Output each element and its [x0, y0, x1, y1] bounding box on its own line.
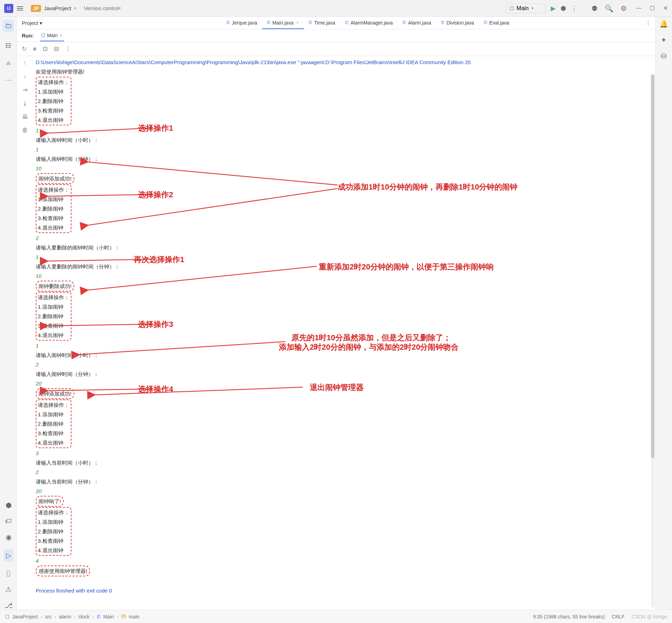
tab-alarm[interactable]: ©Alarm.java: [398, 17, 436, 29]
right-toolrail: 🔔 ✦ ⛁: [655, 17, 672, 610]
tab-alarmmanager[interactable]: ©AlarmManager.java: [340, 17, 398, 29]
more-icon[interactable]: ⋮: [65, 45, 71, 53]
run-button[interactable]: ▶: [551, 5, 556, 12]
console-gutter: ↑ ↓ ⇥ ⤓ 🖶 🗑: [17, 56, 33, 610]
annot-left-3: 再次选择操作1: [134, 255, 184, 264]
search-icon[interactable]: 🔍: [605, 4, 613, 13]
vcs-menu[interactable]: Version control: [84, 5, 119, 11]
exit-icon[interactable]: ⊟: [54, 45, 59, 53]
commit-tool-icon[interactable]: ⊟: [5, 41, 11, 49]
scroll-up-icon[interactable]: ↑: [23, 60, 27, 67]
run-toolbar: ↻ ■ ⊡ ⊟ ⋮: [17, 42, 655, 56]
cursor-pos[interactable]: 9:35 (1988 chars, 55 line breaks): [533, 614, 605, 619]
problems-tool-icon[interactable]: ⚠: [5, 585, 12, 594]
maximize-button[interactable]: ☐: [650, 5, 655, 12]
run-config-selector[interactable]: Main ▾: [506, 4, 546, 13]
watermark: CSDN @ lishige: [632, 614, 667, 619]
editor-tabs: ©Jerque.java ©Main.java× ©Time.java ©Ala…: [53, 17, 655, 29]
more-actions-icon[interactable]: ⋮: [571, 5, 577, 12]
console-output[interactable]: D:\Users\lishige\Documents\DataScienceAI…: [33, 56, 655, 610]
breadcrumb[interactable]: ☐ JavaProject› src› alarm› clock› © Main…: [5, 614, 139, 620]
clear-icon[interactable]: 🗑: [22, 127, 28, 134]
more-tool-icon[interactable]: ⋯: [5, 76, 12, 84]
run-tool-icon[interactable]: ▷: [4, 549, 13, 562]
bottom-toolrail: ⬢ 🏷 ◉ ▷ ⌷ ⚠ ⎇: [0, 501, 17, 610]
tab-more-icon[interactable]: ⋮: [645, 20, 651, 26]
stop-icon[interactable]: ■: [33, 46, 36, 53]
console-scrollbar[interactable]: [651, 74, 654, 608]
soft-wrap-icon[interactable]: ⇥: [22, 86, 27, 94]
debug-button[interactable]: ⬢: [561, 5, 566, 12]
annot-right-4: 退出闹钟管理器: [310, 383, 364, 392]
topbar: IJ JP JavaProject ▾ Version control ▾ Ma…: [0, 0, 672, 17]
tab-time[interactable]: ©Time.java: [304, 17, 340, 29]
print-icon[interactable]: 🖶: [22, 114, 28, 121]
svg-line-6: [87, 189, 338, 225]
java-command: D:\Users\lishige\Documents\DataScienceAI…: [36, 57, 652, 67]
annot-left-5: 选择操作4: [138, 384, 173, 394]
tab-jerque[interactable]: ©Jerque.java: [221, 17, 262, 29]
run-label: Run:: [22, 33, 34, 39]
pause-icon[interactable]: ⊡: [43, 45, 48, 53]
project-toolwindow-header[interactable]: Project ▾: [17, 17, 53, 29]
debug-tool-icon[interactable]: ⬢: [6, 501, 12, 509]
ide-logo: IJ: [4, 4, 13, 13]
code-with-me-icon[interactable]: ⚉: [591, 4, 598, 13]
annot-left-1: 选择操作1: [138, 123, 173, 133]
chevron-down-icon[interactable]: ▾: [119, 6, 121, 11]
annot-right-2: 重新添加2时20分钟的闹钟，以便于第三操作闹钟响: [319, 262, 494, 272]
database-icon[interactable]: ⛁: [661, 52, 667, 60]
main-menu-icon[interactable]: [17, 4, 25, 13]
settings-icon[interactable]: ⚙: [620, 4, 627, 13]
annot-right-1: 成功添加1时10分钟的闹钟，再删除1时10分钟的闹钟: [338, 182, 517, 192]
minimize-button[interactable]: —: [636, 5, 642, 12]
rerun-icon[interactable]: ↻: [22, 45, 27, 53]
annot-left-2: 选择操作2: [138, 190, 173, 199]
run-config-name: Main: [516, 5, 529, 12]
run-tab[interactable]: Main×: [40, 30, 64, 41]
run-toolwindow-header: Run: Main×: [17, 29, 655, 42]
annot-right-3a: 原先的1时10分虽然添加，但是之后又删除了；: [292, 333, 451, 342]
run-config-icon: [510, 7, 514, 10]
annot-left-4: 选择操作3: [138, 320, 173, 329]
project-name[interactable]: JavaProject: [44, 5, 71, 11]
line-sep[interactable]: CRLF: [612, 614, 625, 619]
scroll-down-icon[interactable]: ↓: [23, 73, 27, 80]
annot-right-3b: 添加输入2时20分的闹钟，与添加的2时20分闹钟吻合: [279, 342, 459, 352]
project-tool-icon[interactable]: 🗀: [3, 20, 14, 32]
ai-icon[interactable]: ✦: [661, 36, 667, 44]
close-button[interactable]: ✕: [663, 5, 668, 12]
git-tool-icon[interactable]: ⎇: [5, 601, 13, 610]
tab-eval[interactable]: ©Eval.java: [479, 17, 514, 29]
terminal-tool-icon[interactable]: ⌷: [6, 569, 11, 577]
scroll-to-end-icon[interactable]: ⤓: [22, 100, 27, 107]
tab-main[interactable]: ©Main.java×: [262, 17, 304, 29]
tab-division[interactable]: ©Division.java: [436, 17, 479, 29]
chevron-down-icon[interactable]: ▾: [74, 6, 76, 11]
project-badge: JP: [31, 5, 41, 12]
notifications-icon[interactable]: 🔔: [659, 20, 668, 28]
bookmark-tool-icon[interactable]: 🏷: [5, 517, 12, 525]
services-tool-icon[interactable]: ◉: [6, 533, 12, 541]
status-bar: ☐ JavaProject› src› alarm› clock› © Main…: [0, 610, 672, 623]
structure-tool-icon[interactable]: ஃ: [6, 59, 11, 67]
